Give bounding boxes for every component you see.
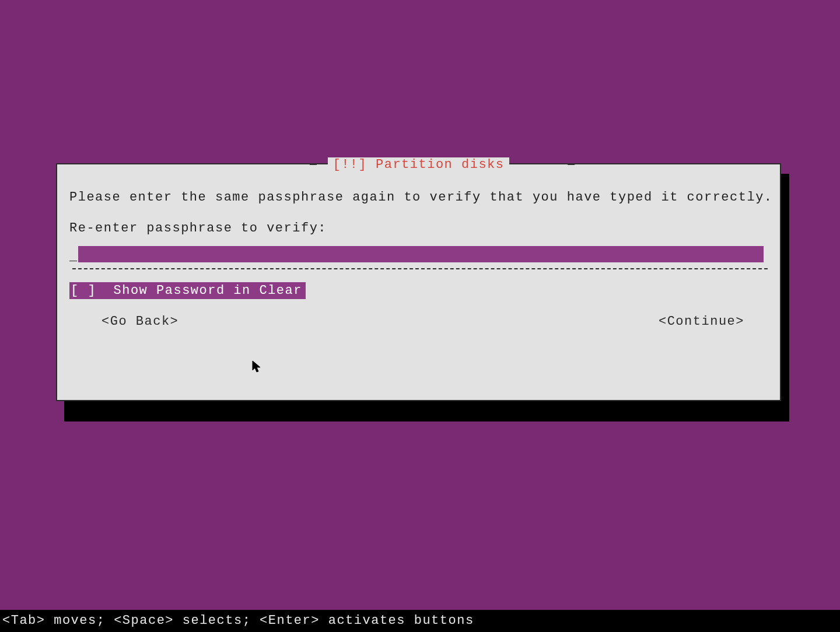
dialog-title-row: [!!] Partition disks <box>66 157 771 173</box>
dialog-title: [!!] Partition disks <box>328 157 509 172</box>
instruction-text: Please enter the same passphrase again t… <box>69 190 768 205</box>
go-back-button[interactable]: <Go Back> <box>102 314 178 329</box>
passphrase-prompt-label: Re-enter passphrase to verify: <box>69 221 768 236</box>
dialog-nav-row: <Go Back> <Continue> <box>69 314 768 329</box>
show-password-checkbox[interactable]: [ ] Show Password in Clear <box>69 282 306 299</box>
keyboard-hint-bar: <Tab> moves; <Space> selects; <Enter> ac… <box>0 610 840 632</box>
passphrase-input-row: _ <box>69 246 768 268</box>
continue-button[interactable]: <Continue> <box>659 314 744 329</box>
passphrase-input[interactable] <box>78 246 764 262</box>
title-border-cap-right <box>568 164 575 165</box>
input-prefix-underscore: _ <box>69 250 78 264</box>
partition-disks-dialog: [!!] Partition disks Please enter the sa… <box>56 163 781 401</box>
show-password-label: Show Password in Clear <box>114 283 302 298</box>
title-border-cap-left <box>310 164 317 165</box>
